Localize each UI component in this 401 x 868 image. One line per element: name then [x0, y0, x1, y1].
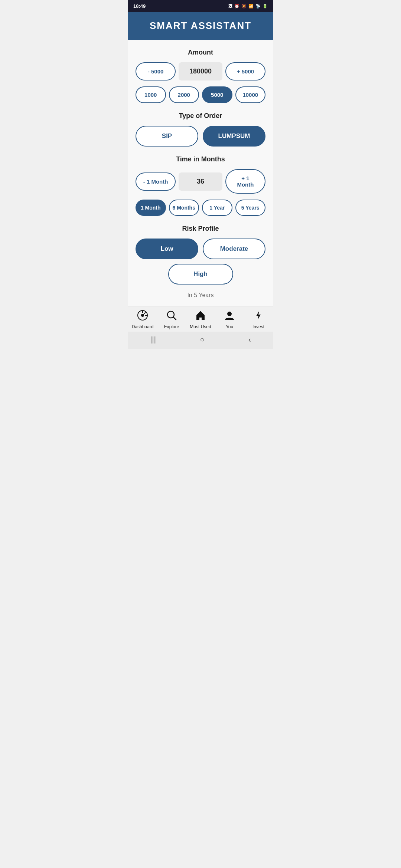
risk-low-button[interactable]: Low — [136, 239, 198, 259]
time-row: - 1 Month 36 + 1 Month — [136, 169, 265, 194]
nav-invest-label: Invest — [252, 324, 264, 329]
alarm-icon: ⏰ — [234, 4, 239, 9]
nav-most-used[interactable]: Most Used — [186, 310, 215, 329]
invest-icon — [253, 310, 264, 323]
risk-high-row: High — [136, 264, 265, 285]
amount-display: 180000 — [179, 62, 222, 80]
dashboard-icon — [137, 310, 148, 323]
amount-1000-button[interactable]: 1000 — [136, 86, 166, 103]
increase-time-button[interactable]: + 1 Month — [225, 169, 265, 194]
svg-line-3 — [144, 312, 146, 314]
order-type-row: SIP LUMPSUM — [136, 126, 265, 147]
time-6months-button[interactable]: 6 Months — [169, 200, 199, 216]
svg-point-7 — [227, 312, 232, 316]
system-nav-bar: ||| ○ ‹ — [128, 332, 273, 349]
time-1year-button[interactable]: 1 Year — [202, 200, 232, 216]
time-5years-button[interactable]: 5 Years — [235, 200, 266, 216]
quick-amount-buttons: 1000 2000 5000 10000 — [136, 86, 265, 103]
system-menu-button[interactable]: ||| — [150, 335, 156, 344]
amount-10000-button[interactable]: 10000 — [235, 86, 266, 103]
nav-explore-label: Explore — [164, 324, 179, 329]
status-icons: 🖼 ⏰ 🔕 📶 📡 🔋 — [228, 4, 268, 9]
main-content: Amount - 5000 180000 + 5000 1000 2000 50… — [128, 40, 273, 306]
risk-moderate-button[interactable]: Moderate — [203, 239, 265, 259]
nav-explore[interactable]: Explore — [157, 310, 186, 329]
nav-invest[interactable]: Invest — [244, 310, 273, 329]
amount-label: Amount — [136, 49, 265, 56]
mute-icon: 🔕 — [241, 4, 247, 9]
status-bar: 18:49 🖼 ⏰ 🔕 📶 📡 🔋 — [128, 0, 273, 12]
bottom-navigation: Dashboard Explore Most Used You — [128, 306, 273, 332]
result-text: In 5 Years — [136, 292, 265, 299]
risk-high-button[interactable]: High — [168, 264, 233, 285]
risk-profile-label: Risk Profile — [136, 225, 265, 233]
decrease-time-button[interactable]: - 1 Month — [136, 172, 176, 191]
risk-row: Low Moderate — [136, 239, 265, 259]
wifi-icon: 📶 — [248, 4, 254, 9]
nav-dashboard-label: Dashboard — [132, 324, 154, 329]
search-icon — [166, 310, 177, 323]
time-label: Time in Months — [136, 155, 265, 163]
svg-point-1 — [141, 314, 144, 317]
decrease-amount-button[interactable]: - 5000 — [136, 62, 176, 80]
home-icon — [195, 310, 206, 323]
app-header: SMART ASSISTANT — [128, 12, 273, 40]
signal-icon: 📡 — [255, 4, 261, 9]
lumpsum-button[interactable]: LUMPSUM — [203, 126, 265, 147]
time-1month-button[interactable]: 1 Month — [136, 200, 166, 216]
amount-2000-button[interactable]: 2000 — [169, 86, 199, 103]
sip-button[interactable]: SIP — [136, 126, 198, 147]
quick-time-buttons: 1 Month 6 Months 1 Year 5 Years — [136, 200, 265, 216]
svg-line-6 — [173, 317, 176, 320]
increase-amount-button[interactable]: + 5000 — [225, 62, 265, 80]
nav-most-used-label: Most Used — [190, 324, 211, 329]
app-title: SMART ASSISTANT — [136, 20, 265, 32]
battery-icon: 🔋 — [263, 4, 268, 9]
system-back-button[interactable]: ‹ — [248, 335, 251, 344]
nav-you-label: You — [226, 324, 233, 329]
status-time: 18:49 — [133, 3, 146, 9]
nav-you[interactable]: You — [215, 310, 244, 329]
nav-dashboard[interactable]: Dashboard — [128, 310, 157, 329]
photo-icon: 🖼 — [228, 4, 232, 8]
amount-5000-button[interactable]: 5000 — [202, 86, 232, 103]
order-type-label: Type of Order — [136, 112, 265, 120]
time-display: 36 — [179, 172, 222, 191]
user-icon — [224, 310, 235, 323]
system-home-button[interactable]: ○ — [200, 335, 204, 344]
amount-row: - 5000 180000 + 5000 — [136, 62, 265, 80]
